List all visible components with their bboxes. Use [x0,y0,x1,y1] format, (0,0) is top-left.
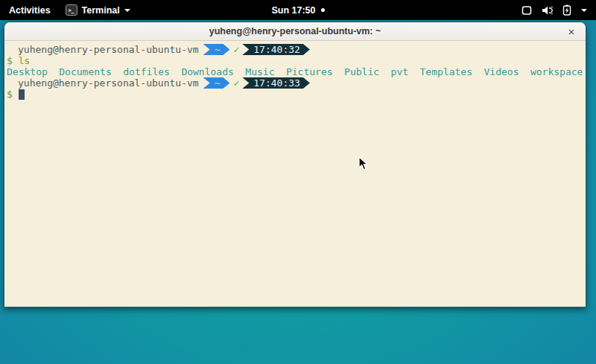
ls-output-line: Desktop Documents dotfiles Downloads Mus… [7,66,586,77]
current-command-line[interactable]: $ [7,89,586,100]
screen-icon [522,5,532,16]
prompt-timestamp: 17:40:33 [253,77,300,89]
prompt-path: ~ [215,44,221,55]
directory-item: Downloads [181,66,233,77]
prompt-path-segment: ~ [203,44,230,55]
terminal-cursor [19,89,25,100]
prompt-symbol: $ [7,89,13,100]
directory-item: Desktop [7,66,48,77]
prompt-path: ~ [215,77,221,89]
directory-item: Public [344,66,379,77]
app-menu-button[interactable]: >_ Terminal [60,0,136,20]
command-line: $ ls [7,55,586,66]
prompt-time-segment: 17:40:32 [242,44,310,55]
prompt-line: yuheng@henry-personal-ubuntu-vm ~ ✓ 17:4… [7,77,586,89]
directory-item: Templates [420,66,472,77]
directory-item: Videos [484,66,519,77]
status-check-icon: ✓ [233,44,239,55]
directory-item: pvt [391,66,408,77]
desktop-background: Activities >_ Terminal Sun 17:50 [0,0,596,364]
directory-item: Documents [59,66,111,77]
prompt-path-segment: ~ [203,77,230,89]
clock-label: Sun 17:50 [271,5,315,16]
top-bar: Activities >_ Terminal Sun 17:50 [0,0,596,20]
prompt-time-segment: 17:40:33 [242,77,310,89]
directory-item: workspace [530,66,583,77]
directory-item: Pictures [286,66,333,77]
terminal-content[interactable]: yuheng@henry-personal-ubuntu-vm ~ ✓ 17:4… [4,41,586,307]
directory-item: dotfiles [123,66,170,77]
system-menu-button[interactable] [513,0,596,20]
app-menu-label: Terminal [82,5,120,16]
close-button[interactable]: × [563,22,580,40]
terminal-app-icon: >_ [66,4,77,16]
directory-item: Music [245,66,274,77]
terminal-window: yuheng@henry-personal-ubuntu-vm: ~ × yuh… [4,22,586,307]
activities-button[interactable]: Activities [0,0,60,20]
window-titlebar[interactable]: yuheng@henry-personal-ubuntu-vm: ~ × [4,22,586,41]
prompt-user-host: yuheng@henry-personal-ubuntu-vm [18,44,199,55]
window-title: yuheng@henry-personal-ubuntu-vm: ~ [209,26,381,36]
battery-charging-icon [562,4,571,16]
clock-button[interactable]: Sun 17:50 [271,0,324,20]
status-check-icon: ✓ [233,77,239,89]
chevron-down-icon [124,9,130,12]
prompt-user-host: yuheng@henry-personal-ubuntu-vm [18,77,199,89]
prompt-symbol: $ [7,55,13,66]
prompt-timestamp: 17:40:32 [253,44,300,55]
prompt-line: yuheng@henry-personal-ubuntu-vm ~ ✓ 17:4… [7,44,586,55]
typed-command: ls [19,55,31,66]
chevron-down-icon [581,9,587,12]
volume-icon [542,5,553,16]
notification-dot-icon [321,8,325,12]
top-bar-left: Activities >_ Terminal [0,0,136,20]
